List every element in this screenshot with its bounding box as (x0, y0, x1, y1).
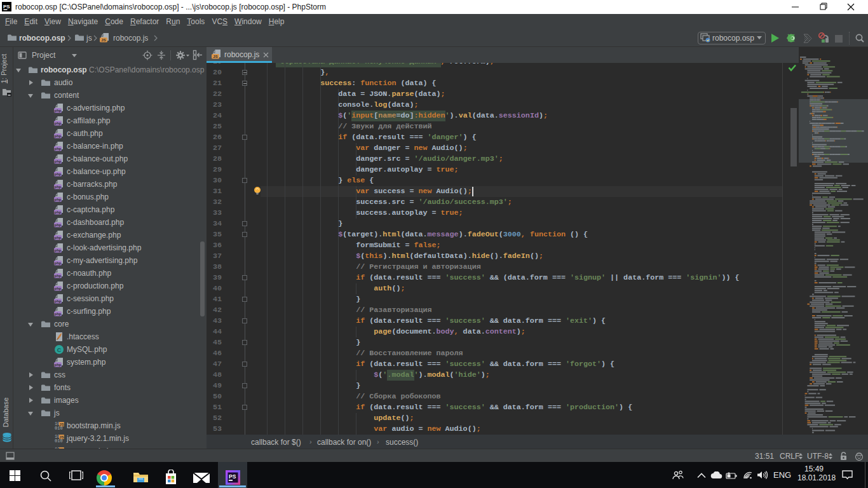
svg-text:PS: PS (229, 473, 236, 480)
